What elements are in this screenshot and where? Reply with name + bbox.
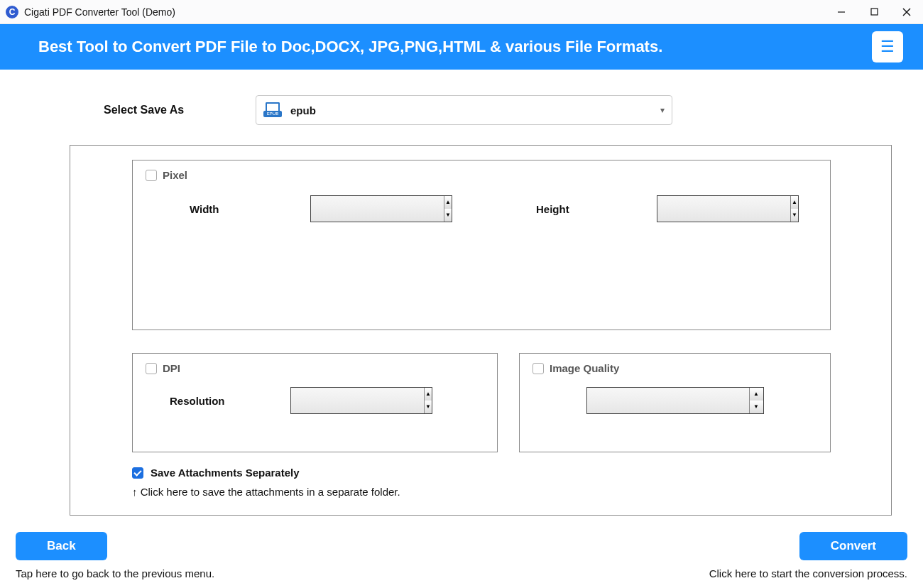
- image-quality-checkbox-label: Image Quality: [550, 362, 619, 374]
- options-panel: Pixel Width ▲ ▼ Height: [70, 145, 892, 516]
- minimize-button[interactable]: [825, 0, 858, 24]
- save-attachments-label: Save Attachments Separately: [151, 467, 300, 479]
- width-input[interactable]: [311, 196, 444, 222]
- save-as-dropdown[interactable]: EPUB epub ▾: [256, 95, 672, 125]
- height-spin-up[interactable]: ▲: [791, 196, 798, 209]
- save-attachments-checkbox[interactable]: [132, 467, 143, 479]
- pixel-group: Pixel Width ▲ ▼ Height: [132, 160, 831, 330]
- dpi-checkbox-label: DPI: [163, 362, 180, 374]
- pixel-checkbox-label: Pixel: [163, 169, 187, 181]
- resolution-spin-down[interactable]: ▼: [425, 401, 432, 413]
- chevron-down-icon: ▾: [660, 105, 665, 115]
- svg-rect-1: [871, 9, 878, 15]
- pixel-checkbox[interactable]: [146, 170, 157, 181]
- image-quality-group: Image Quality ▲ ▼: [519, 353, 831, 452]
- save-as-value: epub: [290, 104, 316, 116]
- app-banner: Best Tool to Convert PDF File to Doc,DOC…: [0, 24, 923, 70]
- image-quality-spin-up[interactable]: ▲: [750, 388, 763, 401]
- window-titlebar: C Cigati PDF Converter Tool (Demo): [0, 0, 923, 24]
- resolution-spinner[interactable]: ▲ ▼: [290, 387, 432, 414]
- select-save-as-label: Select Save As: [104, 104, 256, 116]
- height-spin-down[interactable]: ▼: [791, 209, 798, 222]
- dpi-checkbox[interactable]: [146, 363, 157, 374]
- image-quality-input[interactable]: [587, 388, 749, 413]
- epub-icon: EPUB: [263, 102, 282, 118]
- window-title: Cigati PDF Converter Tool (Demo): [24, 6, 175, 18]
- width-spinner[interactable]: ▲ ▼: [310, 195, 452, 222]
- app-icon: C: [6, 6, 18, 18]
- image-quality-checkbox[interactable]: [532, 363, 544, 374]
- width-spin-up[interactable]: ▲: [444, 196, 452, 209]
- resolution-spin-up[interactable]: ▲: [425, 388, 432, 401]
- width-spin-down[interactable]: ▼: [444, 209, 452, 222]
- image-quality-spinner[interactable]: ▲ ▼: [586, 387, 764, 414]
- close-button[interactable]: [890, 0, 923, 24]
- convert-button[interactable]: Convert: [799, 532, 907, 560]
- back-button[interactable]: Back: [16, 532, 107, 560]
- hamburger-menu-button[interactable]: ☰: [872, 31, 903, 62]
- height-spinner[interactable]: ▲ ▼: [657, 195, 799, 222]
- back-hint: Tap here to go back to the previous menu…: [16, 567, 214, 579]
- height-label: Height: [536, 203, 657, 215]
- banner-headline: Best Tool to Convert PDF File to Doc,DOC…: [38, 38, 872, 56]
- convert-hint: Click here to start the conversion proce…: [709, 567, 907, 579]
- height-input[interactable]: [657, 196, 790, 222]
- resolution-input[interactable]: [291, 388, 424, 413]
- save-attachments-hint: ↑ Click here to save the attachments in …: [132, 486, 875, 498]
- footer: Back Convert Tap here to go back to the …: [0, 532, 923, 588]
- width-label: Width: [190, 203, 310, 215]
- window-controls: [825, 0, 923, 24]
- dpi-group: DPI Resolution ▲ ▼: [132, 353, 498, 452]
- maximize-button[interactable]: [858, 0, 890, 24]
- image-quality-spin-down[interactable]: ▼: [750, 401, 763, 413]
- resolution-label: Resolution: [170, 395, 290, 407]
